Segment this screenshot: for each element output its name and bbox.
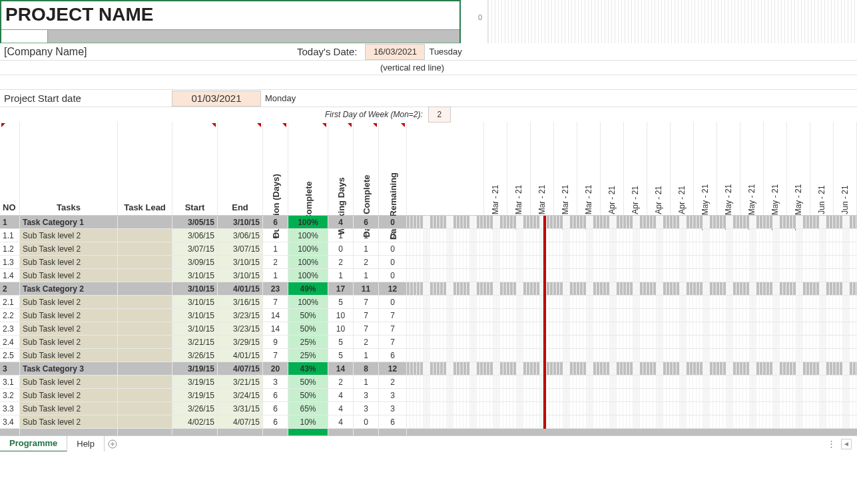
cell[interactable]: 5 (328, 296, 354, 308)
cell[interactable]: 3/10/15 (172, 269, 218, 282)
cell[interactable]: 20 (263, 362, 288, 375)
cell[interactable]: Sub Task level 2 (20, 349, 118, 362)
cell[interactable] (118, 322, 172, 335)
cell[interactable]: 3/19/15 (172, 376, 218, 388)
project-name-cell[interactable]: PROJECT NAME (1, 1, 459, 29)
cell[interactable]: 9 (263, 336, 288, 348)
table-row[interactable]: 3.2Sub Task level 23/19/153/24/15650%433 (0, 389, 857, 402)
cell[interactable]: 8 (354, 362, 379, 375)
cell[interactable]: 1.1 (0, 229, 20, 242)
cell[interactable]: 3/07/15 (218, 242, 263, 255)
cell[interactable]: Sub Task level 2 (20, 389, 118, 401)
cell[interactable]: 23 (263, 282, 288, 295)
cell[interactable]: 2.2 (0, 309, 20, 322)
cell[interactable]: 3/19/15 (172, 389, 218, 401)
cell[interactable]: 3.4 (0, 415, 20, 428)
cell[interactable]: 1 (263, 242, 288, 255)
cell[interactable]: 4/02/15 (172, 415, 218, 428)
week-header[interactable]: 31 - May - 21 (787, 122, 810, 215)
cell[interactable]: Sub Task level 2 (20, 376, 118, 388)
cell[interactable]: Sub Task level 2 (20, 322, 118, 335)
cell[interactable]: 3/06/15 (172, 229, 218, 242)
cell[interactable]: 1 (263, 229, 288, 242)
todays-date-cell[interactable]: 16/03/2021 (365, 44, 425, 60)
cell[interactable] (118, 229, 172, 242)
cell[interactable] (1, 30, 48, 43)
table-row[interactable]: 1.3Sub Task level 23/09/153/10/152100%22… (0, 256, 857, 269)
cell[interactable]: 2 (354, 336, 379, 348)
cell[interactable]: 0 (379, 256, 407, 268)
tab-help[interactable]: Help (67, 436, 105, 452)
cell[interactable]: 3/31/15 (218, 402, 263, 415)
week-header[interactable]: 26 - Apr - 21 (671, 122, 694, 215)
week-header[interactable]: 19 - Apr - 21 (647, 122, 671, 215)
cell[interactable]: 7 (263, 296, 288, 308)
hdr-dr[interactable]: Days Remaining (379, 122, 407, 215)
hdr-duration[interactable]: Duration (Days) (263, 122, 288, 215)
table-row[interactable]: 2.2Sub Task level 23/10/153/23/151450%10… (0, 309, 857, 322)
cell[interactable]: 2.1 (0, 296, 20, 308)
title-selection[interactable]: PROJECT NAME (0, 0, 461, 43)
cell[interactable]: 49% (288, 282, 328, 295)
table-row[interactable]: 1Task Category 13/05/153/10/156100%460 (0, 216, 857, 229)
cell[interactable] (118, 296, 172, 308)
hdr-tasks[interactable]: Tasks (20, 122, 118, 215)
cell[interactable]: 3 (354, 389, 379, 401)
cell[interactable]: 17 (328, 282, 354, 295)
cell[interactable]: 3/19/15 (172, 362, 218, 375)
cell[interactable]: 6 (354, 216, 379, 228)
cell[interactable]: 3/10/15 (218, 269, 263, 282)
cell[interactable]: Task Category 2 (20, 282, 118, 295)
cell[interactable]: 3/10/15 (172, 296, 218, 308)
table-row[interactable]: 1.2Sub Task level 23/07/153/07/151100%01… (0, 242, 857, 256)
cell[interactable]: 3 (0, 362, 20, 375)
week-header[interactable]: 22 - Mar - 21 (554, 122, 577, 215)
cell[interactable]: 1 (328, 229, 354, 242)
cell[interactable]: Sub Task level 2 (20, 269, 118, 282)
cell[interactable]: 5 (328, 336, 354, 348)
table-row[interactable]: 1.1Sub Task level 23/06/153/06/151100%11… (0, 229, 857, 242)
cell[interactable]: 0 (379, 229, 407, 242)
cell[interactable]: 1 (328, 269, 354, 282)
cell[interactable]: Sub Task level 2 (20, 242, 118, 255)
cell[interactable]: 2 (328, 256, 354, 268)
table-row[interactable]: 3Task Category 33/19/154/07/152043%14812 (0, 362, 857, 376)
table-row[interactable]: 3.3Sub Task level 23/26/153/31/15665%433 (0, 402, 857, 415)
cell[interactable]: 3 (354, 402, 379, 415)
cell[interactable]: 4/01/15 (218, 349, 263, 362)
cell[interactable]: 2.5 (0, 349, 20, 362)
cell[interactable]: 4 (328, 216, 354, 228)
cell[interactable]: 5 (328, 349, 354, 362)
cell[interactable]: 1 (354, 242, 379, 255)
hdr-pct[interactable]: % Complete (288, 122, 328, 215)
cell[interactable] (118, 402, 172, 415)
cell[interactable]: 3/06/15 (218, 229, 263, 242)
hdr-no[interactable]: NO (0, 122, 20, 215)
cell[interactable]: 3/09/15 (172, 256, 218, 268)
cell[interactable]: 4 (328, 389, 354, 401)
cell[interactable]: 50% (288, 322, 328, 335)
cell[interactable]: 10 (328, 309, 354, 322)
cell[interactable]: 3/10/15 (172, 282, 218, 295)
cell[interactable]: 2 (328, 376, 354, 388)
table-row[interactable]: 2.1Sub Task level 23/10/153/16/157100%57… (0, 296, 857, 309)
cell[interactable]: 43% (288, 362, 328, 375)
table-row[interactable]: 2.5Sub Task level 23/26/154/01/15725%516 (0, 349, 857, 362)
cell[interactable]: 50% (288, 376, 328, 388)
week-header[interactable]: 29 - Mar - 21 (577, 122, 601, 215)
cell[interactable]: 65% (288, 402, 328, 415)
cell[interactable]: 7 (263, 349, 288, 362)
cell[interactable]: 1.4 (0, 269, 20, 282)
cell[interactable]: 4 (328, 402, 354, 415)
cell[interactable]: Sub Task level 2 (20, 402, 118, 415)
grey-strip-cell[interactable] (48, 30, 459, 43)
week-header[interactable]: 07 - Jun - 21 (810, 122, 834, 215)
cell[interactable] (118, 336, 172, 348)
hdr-dc[interactable]: Days Complete (354, 122, 379, 215)
table-row[interactable]: 2.4Sub Task level 23/21/153/29/15925%527 (0, 336, 857, 349)
add-sheet-button[interactable] (105, 439, 121, 449)
cell[interactable]: 100% (288, 269, 328, 282)
cell[interactable]: 25% (288, 336, 328, 348)
cell[interactable]: 7 (379, 336, 407, 348)
table-row[interactable]: 1.4Sub Task level 23/10/153/10/151100%11… (0, 269, 857, 282)
